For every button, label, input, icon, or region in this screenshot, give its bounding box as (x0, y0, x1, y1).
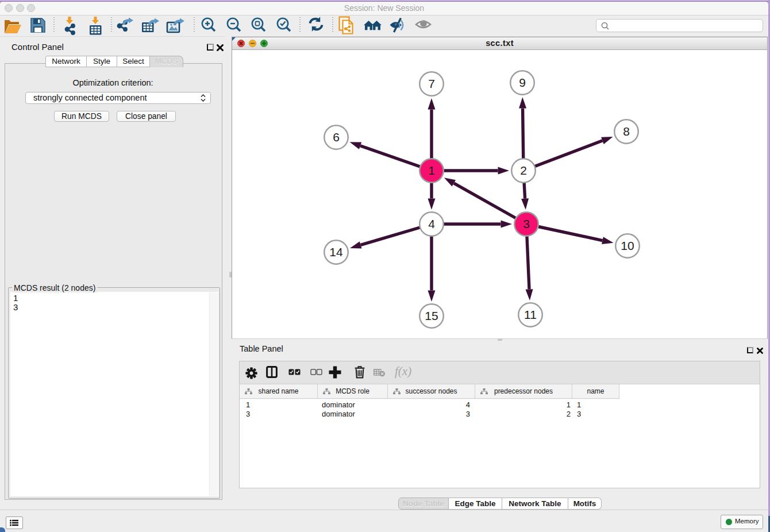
svg-text:11: 11 (524, 308, 537, 321)
svg-text:7: 7 (428, 77, 435, 90)
svg-text:3: 3 (523, 217, 530, 230)
svg-text:8: 8 (623, 125, 630, 138)
svg-text:4: 4 (428, 217, 435, 230)
svg-text:9: 9 (519, 76, 526, 89)
svg-text:14: 14 (329, 245, 343, 259)
svg-text:6: 6 (333, 130, 340, 144)
svg-text:10: 10 (621, 239, 634, 252)
svg-text:2: 2 (520, 164, 527, 177)
svg-text:1: 1 (428, 164, 435, 177)
svg-text:15: 15 (425, 309, 438, 322)
